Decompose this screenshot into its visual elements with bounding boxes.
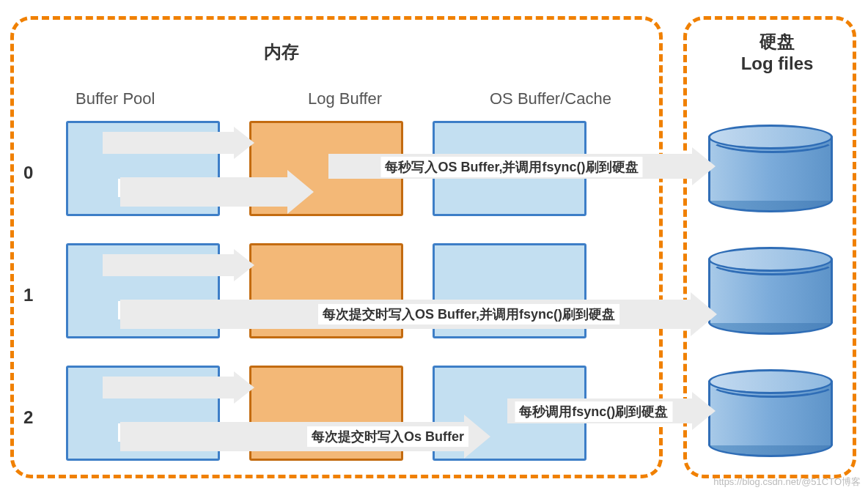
disk-cylinder-2	[708, 369, 833, 457]
memory-title: 内存	[264, 40, 299, 64]
col-os-buffer-label: OS Buffer/Cache	[490, 89, 611, 108]
arrow-row1-label: 每次提交时写入OS Buffer,并调用fsync()刷到硬盘	[318, 304, 619, 325]
disk-title: 硬盘 Log files	[733, 31, 821, 75]
disk-title-line1: 硬盘	[760, 31, 795, 51]
disk-title-line2: Log files	[741, 53, 814, 73]
arrow-row2-to-os-label: 每次提交时写入Os Buffer	[307, 426, 468, 447]
col-buffer-pool-label: Buffer Pool	[76, 89, 155, 108]
row-2-label: 2	[23, 407, 33, 428]
row-0-label: 0	[23, 163, 33, 183]
arrow-dml-1	[103, 254, 237, 276]
disk-cylinder-1	[708, 247, 833, 335]
watermark: https://blog.csdn.net/@51CTO博客	[713, 475, 861, 489]
arrow-dml-2	[103, 377, 237, 399]
arrow-dml-0	[103, 132, 237, 154]
arrow-row0-label: 每秒写入OS Buffer,并调用fsync()刷到硬盘	[380, 157, 642, 177]
disk-cylinder-0	[708, 125, 833, 212]
arrow-commit-2-to-os: 每次提交时写入Os Buffer	[120, 422, 468, 451]
arrow-commit-0	[120, 177, 292, 207]
row-1-label: 1	[23, 285, 33, 305]
arrow-commit-1-to-disk: 每次提交时写入OS Buffer,并调用fsync()刷到硬盘	[120, 300, 695, 329]
arrow-row0-to-disk: 每秒写入OS Buffer,并调用fsync()刷到硬盘	[328, 154, 695, 179]
arrow-row2-os-to-disk: 每秒调用fsync()刷到硬盘	[507, 399, 695, 423]
col-log-buffer-label: Log Buffer	[308, 89, 382, 108]
arrow-row2-os-to-disk-label: 每秒调用fsync()刷到硬盘	[515, 401, 672, 422]
